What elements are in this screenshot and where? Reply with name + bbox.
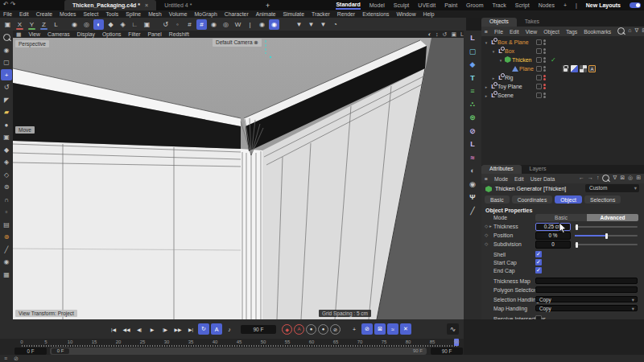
texture-tool[interactable]: ▦	[1, 269, 12, 280]
loop-playback-toggle[interactable]: ↻	[198, 323, 209, 335]
falloff-icon[interactable]: ⊘	[466, 125, 479, 137]
search-icon[interactable]	[602, 175, 609, 183]
menu-character[interactable]: Character	[225, 11, 249, 17]
menu-file[interactable]: File	[494, 29, 503, 35]
new-document-button[interactable]: +	[266, 2, 270, 10]
layout-tab-script[interactable]: Script	[515, 2, 530, 8]
coordinate-system-button[interactable]: L	[51, 19, 61, 30]
visibility-dots[interactable]	[536, 39, 546, 46]
axis-lock-x-button[interactable]: X	[14, 19, 25, 30]
keyframe-parameter-toggle[interactable]: ≈	[387, 323, 398, 335]
go-to-end-button[interactable]: ▶|	[185, 323, 196, 335]
subdivision-input[interactable]: 0	[535, 241, 571, 249]
extrude-tool[interactable]: ◈	[1, 157, 12, 168]
menu-simulate[interactable]: Simulate	[283, 11, 304, 17]
mode-basic-button[interactable]: Basic	[535, 214, 587, 221]
sim-active-button[interactable]: ◉	[269, 19, 279, 30]
home-icon[interactable]: ⌂	[628, 27, 631, 35]
mode-advanced-button[interactable]: Advanced	[587, 214, 638, 221]
selection-handling-dropdown[interactable]: Copy▾	[535, 296, 638, 302]
layout-tab-model[interactable]: Model	[369, 2, 385, 8]
cloud-sync-button[interactable]: ◔	[330, 19, 341, 30]
tab-takes[interactable]: Takes	[517, 18, 547, 27]
primitive-flyout-button[interactable]: ◆	[105, 19, 116, 30]
autokey-toggle[interactable]: A	[211, 323, 222, 335]
visibility-dots[interactable]	[536, 92, 546, 99]
visibility-dots[interactable]	[536, 83, 546, 90]
keyframe-rotation-toggle[interactable]: ⊠	[374, 323, 386, 335]
menu-tools[interactable]: Tools	[105, 11, 118, 17]
forward-icon[interactable]: →	[588, 175, 593, 183]
keyframe-dot-icon[interactable]: ◇	[485, 241, 488, 246]
viewport-panel-icon[interactable]: ▦	[16, 31, 21, 38]
menu-bookmarks[interactable]: Bookmarks	[584, 29, 611, 35]
record-keyframe-button[interactable]: ◆	[282, 324, 292, 335]
save-project-button[interactable]: ▼	[306, 19, 316, 30]
render-picture-viewer-button[interactable]: ◎	[81, 19, 92, 30]
text-object-icon[interactable]: T	[466, 72, 479, 84]
map-handling-dropdown[interactable]: Copy▾	[535, 305, 638, 311]
visibility-dots[interactable]	[536, 56, 546, 64]
deformer-icon[interactable]: ≈	[466, 151, 479, 163]
history-icon[interactable]: ◎	[628, 175, 633, 183]
redo-icon[interactable]: ↷	[10, 1, 18, 8]
tree-item-box-plane[interactable]: ▾LBox & Plane	[481, 38, 644, 47]
menu-spline[interactable]: Spline	[126, 11, 141, 17]
generator-flyout-button[interactable]: ◈	[118, 19, 128, 30]
menu-tags[interactable]: Tags	[566, 29, 577, 35]
record-active-objects-button[interactable]: ●	[306, 324, 316, 335]
phong-tag-icon[interactable]	[571, 65, 578, 72]
lock-icon[interactable]: ⊠	[620, 175, 625, 183]
tab-attributes[interactable]: Attributes	[481, 165, 522, 174]
live-selection-tool[interactable]: ◉	[1, 44, 12, 56]
tree-item-box[interactable]: ▾LBox	[481, 47, 644, 56]
filter-icon[interactable]: ∇	[613, 175, 617, 183]
undo-icon[interactable]: ↶	[3, 1, 10, 8]
slider-handle[interactable]	[605, 233, 608, 239]
menu-file[interactable]: File	[3, 11, 12, 17]
pan-icon[interactable]: ↕	[436, 31, 439, 38]
view-undo-button[interactable]: ↺	[160, 19, 171, 30]
preset-dropdown[interactable]: Custom▾	[585, 184, 639, 192]
tab-objects[interactable]: Objects	[481, 18, 517, 27]
menu-modes[interactable]: Modes	[60, 11, 76, 17]
menu-select[interactable]: Select	[83, 11, 98, 17]
next-frame-button[interactable]: |▶	[159, 323, 171, 335]
axis-center-button[interactable]: ◉	[208, 19, 219, 30]
visibility-dots[interactable]	[536, 74, 546, 81]
menu-create[interactable]: Create	[36, 11, 52, 17]
bevel-tool[interactable]: ◇	[1, 169, 12, 180]
preview-range-track[interactable]: 0 F 90 F	[50, 348, 427, 355]
viewport-menu-cameras[interactable]: Cameras	[47, 31, 70, 37]
environment-icon[interactable]: L	[466, 138, 479, 150]
panel-flyout-button[interactable]: ▣	[142, 19, 152, 30]
tree-item-toy-plane[interactable]: ▸LToy Plane	[481, 82, 644, 91]
layout-tab-groom[interactable]: Groom	[466, 2, 483, 8]
enabled-check-icon[interactable]: ✓	[551, 56, 556, 64]
polygon-selection-field[interactable]	[535, 286, 638, 293]
expand-arrow-icon[interactable]: ▸	[489, 224, 492, 228]
rotate-tool[interactable]: ↺	[1, 82, 12, 93]
thickness-slider[interactable]	[575, 226, 638, 228]
menu-user-data[interactable]: User Data	[530, 176, 555, 182]
range-start-chip[interactable]: 0 F	[52, 348, 69, 354]
filter-icon[interactable]: ∇	[635, 27, 639, 35]
keyframe-position-toggle[interactable]: +	[349, 323, 360, 335]
viewport-menu-panel[interactable]: Panel	[147, 31, 161, 37]
menu-edit[interactable]: Edit	[514, 176, 524, 182]
keyframe-dot-icon[interactable]: ◇	[485, 232, 488, 237]
move-tool[interactable]: +	[1, 69, 12, 80]
menu-tracker[interactable]: Tracker	[312, 11, 330, 17]
search-icon[interactable]	[617, 27, 625, 35]
snap-toggle-button[interactable]: #	[196, 19, 207, 30]
end-frame-field[interactable]: 90 F	[431, 348, 463, 355]
timeline-ruler[interactable]: 051015202530354045505560657075808590	[0, 339, 464, 347]
layout-tab-nodes[interactable]: Nodes	[539, 2, 555, 8]
play-button[interactable]: ▶	[147, 323, 158, 335]
next-key-button[interactable]: ▶▶	[172, 323, 184, 335]
viewport-menu-redshift[interactable]: Redshift	[169, 31, 189, 37]
tree-item-rig[interactable]: ▸LRig	[481, 73, 644, 82]
viewport-menu-filter[interactable]: Filter	[128, 31, 140, 37]
fcurve-editor-icon[interactable]: ∿	[447, 323, 459, 335]
menu-view[interactable]: View	[526, 29, 538, 35]
